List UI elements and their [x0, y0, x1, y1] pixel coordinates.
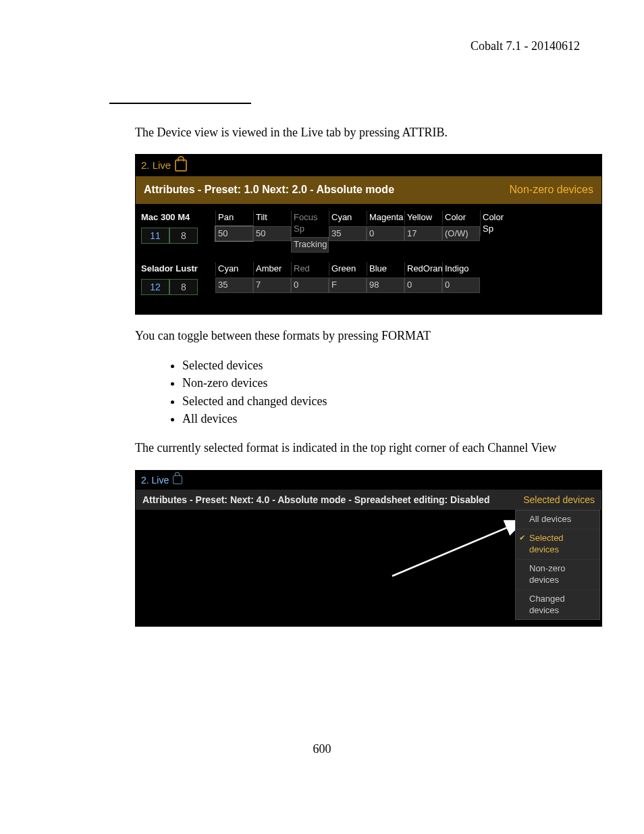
- device-name: Selador Lustr: [141, 262, 209, 275]
- attr-value[interactable]: 35: [329, 226, 367, 242]
- lock-icon: [175, 159, 187, 172]
- list-item: Selected devices: [182, 358, 608, 373]
- attr-header: Indigo: [442, 262, 480, 276]
- device-row: Mac 300 M4 11 8 Pan50 Tilt50 Focus SpTra…: [141, 211, 596, 253]
- attr-header: Color Sp: [480, 211, 518, 236]
- paragraph-format-indicator: The currently selected format is indicat…: [135, 440, 608, 456]
- lock-icon: [173, 475, 182, 484]
- status-left: Attributes - Preset: Next: 4.0 - Absolut…: [142, 494, 489, 506]
- attr-header: Cyan: [215, 262, 253, 276]
- attr-value[interactable]: (O/W): [442, 226, 480, 242]
- device-channel[interactable]: 11: [141, 228, 169, 244]
- attr-value[interactable]: 0: [291, 278, 329, 293]
- list-item: Selected and changed devices: [182, 394, 608, 409]
- status-right-format: Non-zero devices: [510, 183, 594, 197]
- paragraph-intro: The Device view is viewed in the Live ta…: [135, 125, 608, 140]
- attr-value[interactable]: 0: [442, 278, 480, 293]
- attributes-status-bar: Attributes - Preset: 1.0 Next: 2.0 - Abs…: [136, 176, 601, 204]
- attr-value[interactable]: Tracking: [291, 237, 329, 253]
- attr-header: Pan: [215, 211, 253, 225]
- paragraph-toggle: You can toggle between these formats by …: [135, 328, 608, 344]
- tab-label: 2. Live: [141, 159, 171, 172]
- attr-value[interactable]: 98: [367, 278, 404, 293]
- tab-label: 2. Live: [141, 474, 169, 486]
- attr-header: Green: [329, 262, 367, 276]
- attr-header: Focus Sp: [291, 211, 329, 236]
- attributes-status-bar: Attributes - Preset: Next: 4.0 - Absolut…: [136, 490, 601, 510]
- attr-header: Amber: [253, 262, 291, 276]
- list-item: Non-zero devices: [182, 375, 608, 391]
- attr-value[interactable]: 17: [404, 226, 442, 242]
- attr-header: Yellow: [404, 211, 442, 225]
- device-grid: Mac 300 M4 11 8 Pan50 Tilt50 Focus SpTra…: [136, 204, 601, 315]
- attr-header: Tilt: [253, 211, 291, 225]
- attr-header: Magenta: [367, 211, 404, 225]
- menu-item-selected-devices[interactable]: Selected devices: [516, 529, 599, 560]
- menu-item-all-devices[interactable]: All devices: [516, 511, 599, 529]
- attr-value[interactable]: 0: [367, 226, 404, 242]
- screenshot-device-view: 2. Live Attributes - Preset: 1.0 Next: 2…: [135, 154, 602, 315]
- device-intensity[interactable]: 8: [169, 279, 198, 295]
- svg-line-1: [392, 522, 520, 576]
- device-name: Mac 300 M4: [141, 211, 209, 224]
- view-body: All devices Selected devices Non-zero de…: [136, 510, 601, 618]
- format-options-list: Selected devices Non-zero devices Select…: [135, 358, 608, 427]
- live-tab-header[interactable]: 2. Live: [136, 471, 601, 490]
- attr-header: Color: [442, 211, 480, 225]
- device-row: Selador Lustr 12 8 Cyan35 Amber7 Red0 Gr…: [141, 262, 596, 295]
- attr-value[interactable]: F: [329, 278, 367, 293]
- attr-value[interactable]: 50: [253, 226, 291, 242]
- device-channel[interactable]: 12: [141, 279, 169, 295]
- annotation-arrow-icon: [385, 515, 534, 583]
- attr-value[interactable]: 0: [404, 278, 442, 293]
- screenshot-format-menu: 2. Live Attributes - Preset: Next: 4.0 -…: [135, 470, 602, 627]
- status-right-format: Selected devices: [523, 494, 595, 506]
- document-header: Cobalt 7.1 - 20140612: [471, 39, 580, 53]
- attr-header: Blue: [367, 262, 404, 276]
- horizontal-rule: [109, 103, 251, 104]
- live-tab-header[interactable]: 2. Live: [136, 155, 601, 176]
- attr-value[interactable]: 7: [253, 278, 291, 293]
- attr-header: Red: [291, 262, 329, 276]
- device-intensity[interactable]: 8: [169, 228, 198, 244]
- list-item: All devices: [182, 411, 608, 427]
- page-number: 600: [0, 742, 644, 756]
- attr-header: Cyan: [329, 211, 367, 225]
- attr-header: RedOran: [404, 262, 442, 276]
- menu-item-changed-devices[interactable]: Changed devices: [516, 590, 599, 620]
- attr-value[interactable]: 35: [215, 278, 253, 293]
- attr-value[interactable]: 50: [215, 226, 253, 242]
- format-dropdown-menu[interactable]: All devices Selected devices Non-zero de…: [515, 510, 600, 620]
- menu-item-non-zero-devices[interactable]: Non-zero devices: [516, 560, 599, 590]
- status-left: Attributes - Preset: 1.0 Next: 2.0 - Abs…: [144, 183, 394, 197]
